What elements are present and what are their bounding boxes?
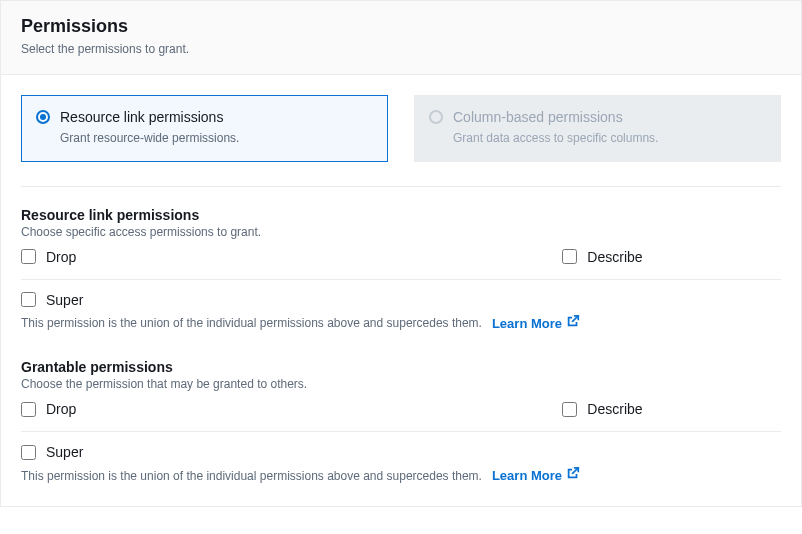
section-title: Grantable permissions — [21, 359, 781, 375]
panel-header: Permissions Select the permissions to gr… — [1, 1, 801, 75]
learn-more-link[interactable]: Learn More — [492, 314, 580, 334]
super-note: This permission is the union of the indi… — [21, 314, 781, 334]
panel-body: Resource link permissions Grant resource… — [1, 75, 801, 505]
panel-title: Permissions — [21, 15, 781, 38]
checkbox-input[interactable] — [562, 402, 577, 417]
checkbox-label[interactable]: Drop — [46, 249, 76, 265]
divider — [21, 186, 781, 187]
divider — [21, 279, 781, 280]
super-note: This permission is the union of the indi… — [21, 466, 781, 486]
checkbox-describe[interactable]: Describe — [562, 401, 642, 417]
learn-more-label: Learn More — [492, 314, 562, 334]
checkbox-label[interactable]: Drop — [46, 401, 76, 417]
checkbox-drop[interactable]: Drop — [21, 249, 76, 265]
radio-icon-disabled — [429, 110, 443, 124]
svg-point-2 — [430, 111, 442, 123]
section-grantable: Grantable permissions Choose the permiss… — [21, 359, 781, 486]
svg-point-1 — [40, 114, 46, 120]
checkbox-input[interactable] — [21, 402, 36, 417]
divider — [21, 431, 781, 432]
section-title: Resource link permissions — [21, 207, 781, 223]
checkbox-super[interactable]: Super — [21, 444, 83, 460]
checkbox-input[interactable] — [21, 249, 36, 264]
tile-desc: Grant data access to specific columns. — [453, 130, 658, 147]
radio-icon-selected — [36, 110, 50, 124]
checkbox-input[interactable] — [21, 445, 36, 460]
external-link-icon — [566, 314, 580, 334]
tile-label: Column-based permissions — [453, 108, 658, 128]
tile-resource-link[interactable]: Resource link permissions Grant resource… — [21, 95, 388, 161]
external-link-icon — [566, 466, 580, 486]
section-resource-link: Resource link permissions Choose specifi… — [21, 207, 781, 334]
checkbox-label[interactable]: Describe — [587, 401, 642, 417]
checkbox-label[interactable]: Super — [46, 444, 83, 460]
learn-more-link[interactable]: Learn More — [492, 466, 580, 486]
checkbox-drop[interactable]: Drop — [21, 401, 76, 417]
tile-label: Resource link permissions — [60, 108, 239, 128]
checkbox-label[interactable]: Super — [46, 292, 83, 308]
checkbox-input[interactable] — [21, 292, 36, 307]
section-sub: Choose the permission that may be grante… — [21, 377, 781, 391]
super-note-text: This permission is the union of the indi… — [21, 467, 482, 485]
checkbox-describe[interactable]: Describe — [562, 249, 642, 265]
checkbox-input[interactable] — [562, 249, 577, 264]
checkbox-label[interactable]: Describe — [587, 249, 642, 265]
panel-subtitle: Select the permissions to grant. — [21, 41, 781, 58]
permission-type-tiles: Resource link permissions Grant resource… — [21, 95, 781, 161]
permissions-panel: Permissions Select the permissions to gr… — [0, 0, 802, 507]
tile-desc: Grant resource-wide permissions. — [60, 130, 239, 147]
super-note-text: This permission is the union of the indi… — [21, 314, 482, 332]
checkbox-super[interactable]: Super — [21, 292, 83, 308]
tile-column-based: Column-based permissions Grant data acce… — [414, 95, 781, 161]
section-sub: Choose specific access permissions to gr… — [21, 225, 781, 239]
learn-more-label: Learn More — [492, 466, 562, 486]
